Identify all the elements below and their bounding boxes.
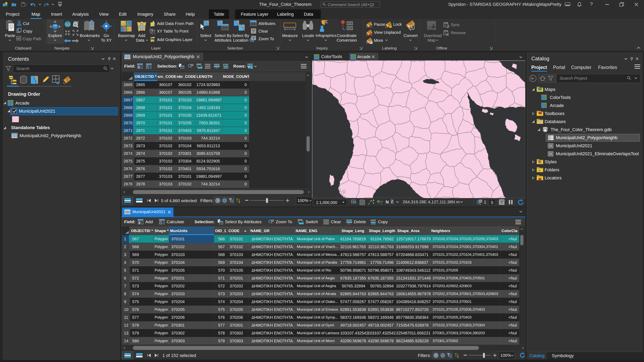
svg-text:A: A <box>410 25 413 29</box>
